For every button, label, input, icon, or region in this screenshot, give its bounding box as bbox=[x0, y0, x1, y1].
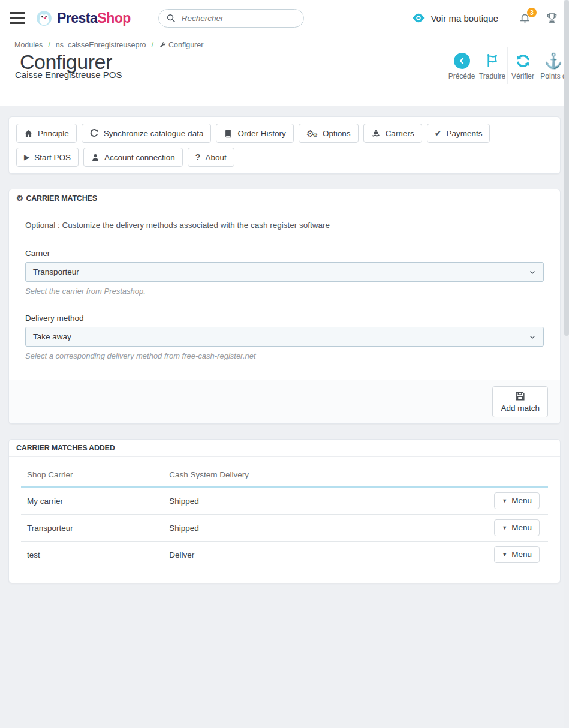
eye-icon bbox=[412, 13, 425, 23]
table-row: My carrier Shipped ▼ Menu bbox=[21, 487, 548, 515]
carrier-matches-heading: ⚙ CARRIER MATCHES bbox=[9, 189, 560, 207]
tab-start-pos[interactable]: ▶ Start POS bbox=[16, 148, 79, 167]
refresh-icon bbox=[89, 128, 99, 138]
carrier-matches-added-panel: CARRIER MATCHES ADDED Shop Carrier Cash … bbox=[8, 439, 561, 583]
delivery-cell: Shipped bbox=[163, 515, 488, 542]
hamburger-menu-icon[interactable] bbox=[10, 12, 25, 24]
table-row: test Deliver ▼ Menu bbox=[21, 542, 548, 568]
main-content: Principle Synchronize catalogue data Ord… bbox=[0, 106, 569, 583]
carrier-help-text: Select the carrier from Prestashop. bbox=[25, 287, 544, 296]
column-header-actions bbox=[488, 463, 548, 487]
check-updates-button[interactable]: Vérifier bbox=[508, 47, 538, 84]
table-header-row: Shop Carrier Cash System Delivery bbox=[21, 463, 548, 487]
cogs-icon: ⚙ bbox=[16, 194, 23, 203]
module-tabs-panel: Principle Synchronize catalogue data Ord… bbox=[8, 116, 561, 174]
chevron-down-icon bbox=[529, 333, 536, 341]
top-white-zone: PrestaShop Voir ma boutique bbox=[0, 0, 569, 106]
tab-payments[interactable]: ✔ Payments bbox=[427, 124, 490, 143]
prestashop-mascot-icon bbox=[36, 10, 52, 26]
check-updates-label: Vérifier bbox=[509, 72, 537, 80]
chevron-down-icon bbox=[529, 269, 536, 276]
delivery-form-group: Delivery method Take away Select a corre… bbox=[25, 314, 544, 360]
shop-carrier-cell: test bbox=[21, 542, 163, 568]
tab-about[interactable]: ? About bbox=[188, 148, 234, 167]
save-icon bbox=[514, 390, 526, 402]
carrier-label: Carrier bbox=[25, 249, 544, 258]
home-icon bbox=[24, 129, 33, 138]
achievements-button[interactable] bbox=[546, 12, 558, 25]
carrier-matches-footer: Add match bbox=[9, 380, 560, 423]
carrier-select[interactable]: Transporteur bbox=[25, 262, 544, 282]
shop-carrier-cell: Transporteur bbox=[21, 515, 163, 542]
column-header-shop-carrier: Shop Carrier bbox=[21, 463, 163, 487]
row-menu-button[interactable]: ▼ Menu bbox=[494, 492, 540, 509]
search-input[interactable] bbox=[182, 14, 278, 23]
scrollbar[interactable] bbox=[564, 0, 569, 728]
delivery-cell: Shipped bbox=[163, 487, 488, 515]
view-my-shop-label: Voir ma boutique bbox=[430, 13, 498, 23]
page-head: Configurer Caisse Enregistreuse POS Préc… bbox=[0, 50, 569, 106]
delivery-cell: Deliver bbox=[163, 542, 488, 568]
caret-down-icon: ▼ bbox=[502, 552, 507, 558]
scrollbar-thumb[interactable] bbox=[564, 0, 569, 336]
tab-order-history[interactable]: Order History bbox=[216, 124, 293, 143]
header-right-cluster: Voir ma boutique 3 bbox=[412, 12, 558, 25]
caret-down-icon: ▼ bbox=[502, 498, 507, 504]
user-icon bbox=[91, 153, 100, 162]
delivery-method-label: Delivery method bbox=[25, 314, 544, 323]
carrier-form-group: Carrier Transporteur Select the carrier … bbox=[25, 249, 544, 296]
add-match-button[interactable]: Add match bbox=[492, 386, 548, 417]
breadcrumb-current: Configurer bbox=[159, 41, 203, 49]
global-search[interactable] bbox=[158, 9, 304, 28]
tab-options[interactable]: ⚙⚙ Options bbox=[299, 124, 359, 143]
table-row: Transporteur Shipped ▼ Menu bbox=[21, 515, 548, 542]
column-header-cash-system-delivery: Cash System Delivery bbox=[163, 463, 488, 487]
breadcrumb-module-link[interactable]: ns_caisseEnregistreusepro bbox=[56, 41, 146, 49]
anchor-points-label: Points d bbox=[540, 72, 567, 80]
tab-carriers[interactable]: Carriers bbox=[363, 124, 422, 143]
shop-carrier-cell: My carrier bbox=[21, 487, 163, 515]
row-menu-button[interactable]: ▼ Menu bbox=[494, 546, 540, 563]
sync-icon bbox=[509, 52, 537, 70]
row-menu-button[interactable]: ▼ Menu bbox=[494, 519, 540, 536]
caret-down-icon: ▼ bbox=[502, 525, 507, 531]
carrier-matches-intro: Optional : Customize the delivery method… bbox=[25, 221, 544, 230]
carrier-matches-panel: ⚙ CARRIER MATCHES Optional : Customize t… bbox=[8, 189, 561, 424]
carrier-matches-table: Shop Carrier Cash System Delivery My car… bbox=[21, 463, 548, 568]
trophy-icon bbox=[546, 12, 558, 25]
carriers-icon bbox=[371, 129, 381, 138]
delivery-method-select[interactable]: Take away bbox=[25, 327, 544, 347]
breadcrumb-separator: / bbox=[48, 41, 50, 49]
view-my-shop-link[interactable]: Voir ma boutique bbox=[412, 13, 498, 23]
question-icon: ? bbox=[195, 152, 201, 162]
tab-principle[interactable]: Principle bbox=[16, 124, 77, 143]
carrier-matches-added-heading: CARRIER MATCHES ADDED bbox=[9, 440, 560, 457]
cogs-icon: ⚙⚙ bbox=[306, 127, 318, 140]
notification-count-badge: 3 bbox=[527, 8, 537, 17]
breadcrumb-separator: / bbox=[152, 41, 153, 49]
translate-label: Traduire bbox=[478, 72, 506, 80]
carrier-matches-body: Optional : Customize the delivery method… bbox=[9, 207, 560, 380]
wrench-icon bbox=[159, 41, 166, 49]
logo-wordmark: PrestaShop bbox=[57, 10, 131, 26]
prestashop-logo[interactable]: PrestaShop bbox=[36, 10, 131, 26]
tab-synchronize-catalogue[interactable]: Synchronize catalogue data bbox=[82, 124, 212, 143]
app-header: PrestaShop Voir ma boutique bbox=[0, 0, 569, 36]
translate-button[interactable]: Traduire bbox=[477, 47, 508, 84]
check-icon: ✔ bbox=[435, 128, 442, 138]
delivery-method-help-text: Select a corresponding delivery method f… bbox=[25, 351, 544, 360]
carrier-select-value: Transporteur bbox=[33, 267, 79, 276]
page-header-toolbar: Précéde Traduire bbox=[447, 47, 569, 84]
notifications-button[interactable]: 3 bbox=[519, 12, 531, 25]
carrier-matches-table-wrap: Shop Carrier Cash System Delivery My car… bbox=[9, 457, 560, 583]
play-icon: ▶ bbox=[24, 153, 29, 161]
previous-button[interactable]: Précéde bbox=[447, 47, 477, 84]
book-icon bbox=[224, 129, 233, 138]
previous-label: Précéde bbox=[448, 72, 475, 80]
tab-account-connection[interactable]: Account connection bbox=[83, 148, 183, 167]
delivery-method-select-value: Take away bbox=[33, 332, 71, 341]
flag-icon bbox=[478, 52, 506, 70]
breadcrumb-modules-link[interactable]: Modules bbox=[14, 41, 43, 49]
search-icon bbox=[166, 13, 176, 23]
anchor-icon: ⚓ bbox=[540, 52, 567, 70]
